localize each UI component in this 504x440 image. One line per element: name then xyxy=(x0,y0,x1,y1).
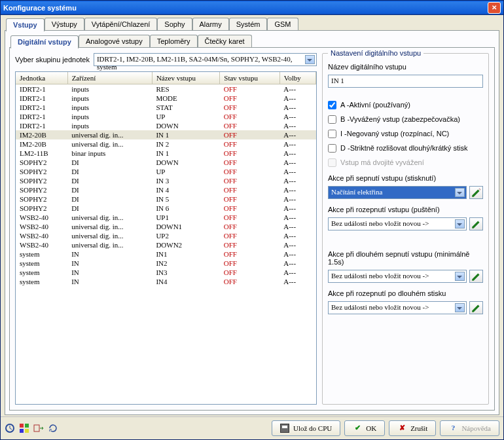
tab-vstupy[interactable]: Vstupy xyxy=(6,18,45,31)
tab-alarmy[interactable]: Alarmy xyxy=(192,18,229,31)
cell-d: DI xyxy=(67,204,152,213)
cell-n: IN1 xyxy=(152,249,219,259)
col-header[interactable]: Volby xyxy=(279,72,315,84)
col-header[interactable]: Stav vstupu xyxy=(220,72,279,84)
svg-rect-1 xyxy=(20,424,24,428)
cell-v: A--- xyxy=(279,268,315,277)
save-button[interactable]: Ulož do CPU xyxy=(272,420,340,436)
table-row[interactable]: systemININ1OFFA--- xyxy=(16,249,316,259)
cell-u: SOPHY2 xyxy=(16,194,67,204)
table-row[interactable]: WSB2-40universal dig. in...DOWN1OFFA--- xyxy=(16,222,316,231)
action-release-edit-icon[interactable] xyxy=(469,301,483,314)
cell-d: inputs xyxy=(67,121,152,130)
ok-button[interactable]: OK xyxy=(344,420,385,436)
cell-u: SOPHY2 xyxy=(16,167,67,176)
cell-v: A--- xyxy=(279,240,315,249)
cell-v: A--- xyxy=(279,259,315,268)
tab-výstupy[interactable]: Výstupy xyxy=(45,18,84,31)
cell-v: A--- xyxy=(279,167,315,176)
cell-s: OFF xyxy=(220,231,279,240)
table-row[interactable]: SOPHY2DIDOWNOFFA--- xyxy=(16,158,316,167)
cell-u: WSB2-40 xyxy=(16,222,67,231)
cell-s: OFF xyxy=(220,259,279,268)
chk-balanced[interactable]: B -Vyvážený vstup (zabezpečovačka) xyxy=(328,114,483,124)
cell-s: OFF xyxy=(220,176,279,185)
table-row[interactable]: SOPHY2DIUPOFFA--- xyxy=(16,167,316,176)
table-row[interactable]: WSB2-40universal dig. in...UP2OFFA--- xyxy=(16,231,316,240)
cell-s: OFF xyxy=(220,149,279,158)
action-long-edit-icon[interactable] xyxy=(469,270,483,283)
cell-u: IDRT2-1 xyxy=(16,121,67,130)
export-icon[interactable] xyxy=(33,423,44,433)
table-row[interactable]: IDRT2-1inputsRESOFFA--- xyxy=(16,84,316,94)
cell-v: A--- xyxy=(279,194,315,204)
cell-n: IN 1 xyxy=(152,149,219,158)
action-off-select[interactable]: Bez události nebo vložit novou -> xyxy=(328,217,467,230)
table-row[interactable]: IM2-20Buniversal dig. in...IN 2OFFA--- xyxy=(16,139,316,149)
inputs-table[interactable]: JednotkaZařízeníNázev vstupuStav vstupuV… xyxy=(15,71,317,405)
action-off-label: Akce při rozepnutí vstupu (puštění) xyxy=(328,206,483,213)
table-row[interactable]: systemININ3OFFA--- xyxy=(16,268,316,277)
subtab-1[interactable]: Analogové vstupy xyxy=(79,35,150,48)
table-row[interactable]: IM2-20Buniversal dig. in...IN 1OFFA--- xyxy=(16,130,316,139)
table-row[interactable]: SOPHY2DIIN 6OFFA--- xyxy=(16,204,316,213)
table-row[interactable]: IDRT2-1inputsDOWNOFFA--- xyxy=(16,121,316,130)
input-settings-group: Nastavení digitálního vstupu Název digit… xyxy=(322,53,489,405)
table-row[interactable]: WSB2-40universal dig. in...DOWN2OFFA--- xyxy=(16,240,316,249)
action-on-edit-icon[interactable] xyxy=(469,186,483,199)
unit-group-label: Vyber skupinu jednotek xyxy=(15,56,90,64)
table-row[interactable]: IDRT2-1inputsUPOFFA--- xyxy=(16,112,316,121)
cell-u: IDRT2-1 xyxy=(16,103,67,112)
action-off-edit-icon[interactable] xyxy=(469,217,483,230)
col-header[interactable]: Zařízení xyxy=(67,72,152,84)
subtab-0[interactable]: Digitální vstupy xyxy=(10,35,79,48)
cancel-button[interactable]: Zrušit xyxy=(389,420,436,436)
cell-n: STAT xyxy=(152,103,219,112)
table-row[interactable]: WSB2-40universal dig. in...UP1OFFA--- xyxy=(16,213,316,222)
cell-n: DOWN2 xyxy=(152,240,219,249)
tab-vytápění/chlazení[interactable]: Vytápění/Chlazení xyxy=(84,18,157,31)
unit-group-select[interactable]: IDRT2-1, IM2-20B, LM2-11B, SA2-04M/Sn, S… xyxy=(94,53,317,66)
cell-d: DI xyxy=(67,185,152,194)
cell-n: IN3 xyxy=(152,268,219,277)
chk-inverted[interactable]: I -Negovaný vstup (rozpínací, NC) xyxy=(328,128,483,139)
table-row[interactable]: systemININ4OFFA--- xyxy=(16,277,316,286)
svg-rect-4 xyxy=(25,429,29,433)
refresh-icon[interactable] xyxy=(48,423,58,433)
palette-icon[interactable] xyxy=(19,423,29,433)
tab-systém[interactable]: Systém xyxy=(229,18,268,31)
table-row[interactable]: LM2-11Bbinar inputsIN 1OFFA--- xyxy=(16,149,316,158)
table-row[interactable]: systemININ2OFFA--- xyxy=(16,259,316,268)
table-row[interactable]: IDRT2-1inputsMODEOFFA--- xyxy=(16,94,316,103)
close-icon[interactable]: ✕ xyxy=(488,2,501,14)
group-legend: Nastavení digitálního vstupu xyxy=(328,49,423,57)
subtab-3[interactable]: Čtečky karet xyxy=(198,35,252,48)
cell-u: IDRT2-1 xyxy=(16,112,67,121)
cell-d: universal dig. in... xyxy=(67,213,152,222)
action-release-select[interactable]: Bez události nebo vložit novou -> xyxy=(328,301,467,314)
clock-icon[interactable] xyxy=(5,423,15,433)
input-name-field[interactable]: IN 1 xyxy=(328,75,483,88)
subtab-2[interactable]: Teploměry xyxy=(150,35,198,48)
cell-n: IN 3 xyxy=(152,176,219,185)
table-row[interactable]: SOPHY2DIIN 4OFFA--- xyxy=(16,185,316,194)
table-row[interactable]: IDRT2-1inputsSTATOFFA--- xyxy=(16,103,316,112)
chk-active[interactable]: A -Aktivní (používaný) xyxy=(328,100,483,110)
cell-s: OFF xyxy=(220,121,279,130)
table-row[interactable]: SOPHY2DIIN 3OFFA--- xyxy=(16,176,316,185)
ok-icon xyxy=(353,424,362,433)
cell-d: universal dig. in... xyxy=(67,130,152,139)
action-long-select[interactable]: Bez události nebo vložit novou -> xyxy=(328,270,467,283)
col-header[interactable]: Název vstupu xyxy=(152,72,219,84)
cancel-icon xyxy=(397,424,406,433)
chk-strict[interactable]: D -Striktně rozlišovat dlouhý/krátký sti… xyxy=(328,143,483,153)
col-header[interactable]: Jednotka xyxy=(16,72,67,84)
action-on-select[interactable]: Načítání elektřina xyxy=(328,186,467,199)
table-row[interactable]: SOPHY2DIIN 5OFFA--- xyxy=(16,194,316,204)
cell-n: UP xyxy=(152,167,219,176)
tab-sophy[interactable]: Sophy xyxy=(157,18,192,31)
cell-d: binar inputs xyxy=(67,149,152,158)
tab-gsm[interactable]: GSM xyxy=(267,18,298,31)
cell-s: OFF xyxy=(220,112,279,121)
cell-u: IM2-20B xyxy=(16,130,67,139)
